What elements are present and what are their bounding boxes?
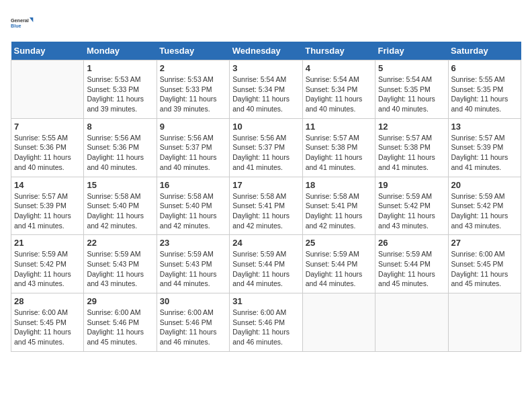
calendar-cell [11,60,84,119]
svg-text:Blue: Blue [11,23,21,29]
day-number: 28 [14,296,81,306]
col-header-thursday: Thursday [302,42,375,60]
calendar-cell: 29Sunrise: 6:00 AM Sunset: 5:46 PM Dayli… [84,293,157,352]
calendar-cell: 23Sunrise: 5:59 AM Sunset: 5:43 PM Dayli… [157,235,229,293]
day-info: Sunrise: 5:56 AM Sunset: 5:37 PM Dayligh… [160,133,226,173]
calendar-cell [448,293,521,352]
col-header-tuesday: Tuesday [157,42,229,60]
day-info: Sunrise: 5:53 AM Sunset: 5:33 PM Dayligh… [87,75,153,114]
calendar-cell: 24Sunrise: 5:59 AM Sunset: 5:44 PM Dayli… [230,235,302,293]
day-info: Sunrise: 5:54 AM Sunset: 5:34 PM Dayligh… [232,75,299,114]
logo-icon: GeneralBlue [11,11,35,35]
calendar-cell [375,293,448,352]
day-number: 31 [232,296,299,306]
svg-marker-2 [30,17,33,22]
calendar-header-row: SundayMondayTuesdayWednesdayThursdayFrid… [11,42,521,60]
day-info: Sunrise: 5:57 AM Sunset: 5:39 PM Dayligh… [451,133,518,173]
day-number: 21 [14,238,81,248]
calendar-cell: 1Sunrise: 5:53 AM Sunset: 5:33 PM Daylig… [84,60,157,119]
calendar-cell: 8Sunrise: 5:56 AM Sunset: 5:36 PM Daylig… [84,118,157,177]
day-number: 26 [378,238,445,248]
calendar-cell: 19Sunrise: 5:59 AM Sunset: 5:42 PM Dayli… [375,177,448,235]
day-number: 1 [87,63,153,73]
day-info: Sunrise: 5:54 AM Sunset: 5:34 PM Dayligh… [306,75,372,114]
day-info: Sunrise: 5:56 AM Sunset: 5:36 PM Dayligh… [87,133,153,173]
day-info: Sunrise: 5:59 AM Sunset: 5:44 PM Dayligh… [378,249,445,289]
calendar-cell: 16Sunrise: 5:58 AM Sunset: 5:40 PM Dayli… [157,177,229,235]
calendar-cell: 14Sunrise: 5:57 AM Sunset: 5:39 PM Dayli… [11,177,84,235]
calendar-cell: 11Sunrise: 5:57 AM Sunset: 5:38 PM Dayli… [302,118,375,177]
day-info: Sunrise: 6:00 AM Sunset: 5:45 PM Dayligh… [14,308,81,347]
day-info: Sunrise: 5:57 AM Sunset: 5:38 PM Dayligh… [306,133,372,173]
calendar-cell: 10Sunrise: 5:56 AM Sunset: 5:37 PM Dayli… [230,118,302,177]
day-number: 23 [160,238,226,248]
day-info: Sunrise: 5:58 AM Sunset: 5:41 PM Dayligh… [306,191,372,231]
header: GeneralBlue [11,11,521,35]
day-info: Sunrise: 5:53 AM Sunset: 5:33 PM Dayligh… [160,75,226,114]
day-info: Sunrise: 5:55 AM Sunset: 5:35 PM Dayligh… [451,75,518,114]
day-info: Sunrise: 5:57 AM Sunset: 5:39 PM Dayligh… [14,191,81,231]
day-number: 19 [378,180,445,190]
day-info: Sunrise: 6:00 AM Sunset: 5:46 PM Dayligh… [160,308,226,347]
day-info: Sunrise: 5:56 AM Sunset: 5:37 PM Dayligh… [232,133,299,173]
day-info: Sunrise: 6:00 AM Sunset: 5:46 PM Dayligh… [87,308,153,347]
logo: GeneralBlue [11,11,35,35]
calendar-cell: 3Sunrise: 5:54 AM Sunset: 5:34 PM Daylig… [230,60,302,119]
day-number: 29 [87,296,153,306]
calendar-cell: 6Sunrise: 5:55 AM Sunset: 5:35 PM Daylig… [448,60,521,119]
day-number: 22 [87,238,153,248]
col-header-wednesday: Wednesday [230,42,302,60]
day-info: Sunrise: 5:59 AM Sunset: 5:42 PM Dayligh… [14,249,81,289]
day-number: 16 [160,180,226,190]
day-number: 24 [232,238,299,248]
day-number: 2 [160,63,226,73]
calendar-cell: 4Sunrise: 5:54 AM Sunset: 5:34 PM Daylig… [302,60,375,119]
calendar-cell: 30Sunrise: 6:00 AM Sunset: 5:46 PM Dayli… [157,293,229,352]
day-info: Sunrise: 6:00 AM Sunset: 5:45 PM Dayligh… [451,249,518,289]
day-number: 7 [14,122,81,132]
calendar-cell [302,293,375,352]
calendar-table: SundayMondayTuesdayWednesdayThursdayFrid… [11,42,521,352]
day-number: 14 [14,180,81,190]
calendar-cell: 15Sunrise: 5:58 AM Sunset: 5:40 PM Dayli… [84,177,157,235]
calendar-cell: 28Sunrise: 6:00 AM Sunset: 5:45 PM Dayli… [11,293,84,352]
calendar-cell: 7Sunrise: 5:55 AM Sunset: 5:36 PM Daylig… [11,118,84,177]
day-number: 3 [232,63,299,73]
calendar-cell: 20Sunrise: 5:59 AM Sunset: 5:42 PM Dayli… [448,177,521,235]
day-number: 12 [378,122,445,132]
day-info: Sunrise: 5:55 AM Sunset: 5:36 PM Dayligh… [14,133,81,173]
calendar-cell: 12Sunrise: 5:57 AM Sunset: 5:38 PM Dayli… [375,118,448,177]
calendar-cell: 9Sunrise: 5:56 AM Sunset: 5:37 PM Daylig… [157,118,229,177]
day-number: 17 [232,180,299,190]
day-info: Sunrise: 5:59 AM Sunset: 5:42 PM Dayligh… [451,191,518,231]
day-info: Sunrise: 5:59 AM Sunset: 5:42 PM Dayligh… [378,191,445,231]
day-number: 10 [232,122,299,132]
day-number: 30 [160,296,226,306]
day-number: 8 [87,122,153,132]
calendar-cell: 22Sunrise: 5:59 AM Sunset: 5:43 PM Dayli… [84,235,157,293]
day-number: 6 [451,63,518,73]
day-number: 18 [306,180,372,190]
day-number: 15 [87,180,153,190]
day-info: Sunrise: 5:54 AM Sunset: 5:35 PM Dayligh… [378,75,445,114]
day-info: Sunrise: 5:59 AM Sunset: 5:43 PM Dayligh… [160,249,226,289]
day-info: Sunrise: 5:58 AM Sunset: 5:40 PM Dayligh… [87,191,153,231]
day-info: Sunrise: 5:59 AM Sunset: 5:44 PM Dayligh… [232,249,299,289]
calendar-cell: 21Sunrise: 5:59 AM Sunset: 5:42 PM Dayli… [11,235,84,293]
col-header-friday: Friday [375,42,448,60]
day-info: Sunrise: 5:58 AM Sunset: 5:41 PM Dayligh… [232,191,299,231]
day-number: 25 [306,238,372,248]
calendar-cell: 31Sunrise: 6:00 AM Sunset: 5:46 PM Dayli… [230,293,302,352]
calendar-cell: 27Sunrise: 6:00 AM Sunset: 5:45 PM Dayli… [448,235,521,293]
calendar-cell: 18Sunrise: 5:58 AM Sunset: 5:41 PM Dayli… [302,177,375,235]
day-number: 20 [451,180,518,190]
calendar-week-2: 7Sunrise: 5:55 AM Sunset: 5:36 PM Daylig… [11,118,521,177]
col-header-saturday: Saturday [448,42,521,60]
calendar-week-5: 28Sunrise: 6:00 AM Sunset: 5:45 PM Dayli… [11,293,521,352]
svg-text:General: General [11,17,29,24]
col-header-sunday: Sunday [11,42,84,60]
calendar-week-4: 21Sunrise: 5:59 AM Sunset: 5:42 PM Dayli… [11,235,521,293]
day-info: Sunrise: 5:59 AM Sunset: 5:44 PM Dayligh… [306,249,372,289]
calendar-week-1: 1Sunrise: 5:53 AM Sunset: 5:33 PM Daylig… [11,60,521,119]
day-number: 11 [306,122,372,132]
